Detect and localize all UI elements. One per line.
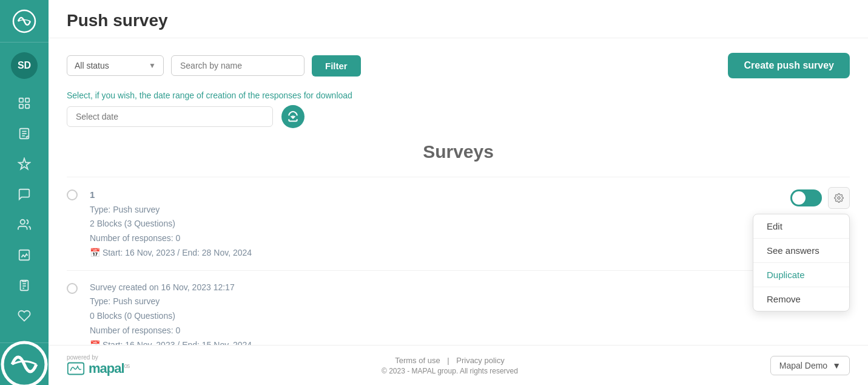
surveys-section-title: Surveys — [67, 141, 850, 162]
user-avatar[interactable]: SD — [11, 52, 38, 79]
main-body: All status ▼ Filter Create push survey S… — [49, 38, 868, 345]
terms-link[interactable]: Terms of use — [395, 356, 440, 365]
date-row — [67, 105, 850, 128]
download-link[interactable]: download — [316, 90, 352, 100]
footer-right: Mapal Demo ▼ — [770, 356, 850, 375]
svg-point-16 — [838, 197, 840, 199]
svg-rect-1 — [19, 98, 23, 102]
sidebar-item-handshake[interactable] — [9, 302, 39, 329]
survey-controls — [790, 187, 850, 209]
link-separator: | — [447, 356, 451, 365]
survey-dropdown-menu: Edit See answers Duplicate Remove — [753, 214, 850, 312]
create-survey-button[interactable]: Create push survey — [728, 53, 850, 78]
survey-number: 1 — [90, 187, 778, 203]
dropdown-duplicate[interactable]: Duplicate — [753, 263, 849, 287]
page-footer: powered by mapalos Terms of use | Privac… — [49, 345, 868, 385]
sidebar-item-dashboard[interactable] — [9, 90, 39, 117]
filter-button[interactable]: Filter — [312, 55, 361, 77]
survey-settings-button[interactable] — [828, 187, 850, 209]
survey-info: 1 Type: Push survey 2 Blocks (3 Question… — [90, 187, 778, 261]
toolbar: All status ▼ Filter Create push survey — [67, 53, 850, 78]
survey-dates: 📅 Start: 16 Nov, 2023 / End: 28 Nov, 202… — [90, 246, 778, 261]
survey-select-radio[interactable] — [67, 283, 78, 294]
powered-by-label: powered by — [67, 354, 129, 361]
sidebar: SD — [0, 0, 49, 385]
survey-blocks: 2 Blocks (3 Questions) — [90, 217, 778, 231]
status-filter-select[interactable]: All status ▼ — [67, 55, 164, 76]
sidebar-bottom-logo[interactable] — [0, 342, 49, 385]
survey-type: Type: Push survey — [90, 203, 778, 217]
table-row: Survey created on 16 Nov, 2023 12:17 Typ… — [67, 270, 850, 345]
svg-rect-4 — [25, 104, 29, 108]
table-row: 1 Type: Push survey 2 Blocks (3 Question… — [67, 177, 850, 270]
dropdown-see-answers[interactable]: See answers — [753, 239, 849, 263]
sidebar-item-chat[interactable] — [9, 181, 39, 208]
sidebar-item-clipboard[interactable] — [9, 272, 39, 299]
page-header: Push survey — [49, 0, 868, 38]
svg-rect-3 — [19, 104, 23, 108]
chevron-down-icon: ▼ — [149, 61, 156, 70]
mapal-logo-icon — [67, 362, 85, 375]
survey-info: Survey created on 16 Nov, 2023 12:17 Typ… — [90, 281, 778, 345]
footer-links: Terms of use | Privacy policy — [382, 356, 518, 365]
survey-responses: Number of responses: 0 — [90, 324, 778, 338]
survey-dates: 📅 Start: 16 Nov, 2023 / End: 15 Nov, 202… — [90, 338, 778, 345]
sidebar-logo[interactable] — [0, 0, 49, 43]
page-title: Push survey — [67, 11, 850, 30]
survey-created: Survey created on 16 Nov, 2023 12:17 — [90, 281, 778, 295]
date-range-section: Select, if you wish, the date range of c… — [67, 90, 850, 128]
svg-rect-2 — [25, 98, 29, 102]
chevron-down-icon: ▼ — [832, 361, 841, 370]
footer-center: Terms of use | Privacy policy © 2023 - M… — [382, 356, 518, 375]
footer-logo: powered by mapalos — [67, 354, 129, 376]
dropdown-edit[interactable]: Edit — [753, 214, 849, 239]
bottom-logo-icon — [0, 340, 49, 386]
sidebar-nav — [9, 85, 39, 342]
survey-toggle[interactable] — [790, 189, 822, 206]
status-filter-label: All status — [75, 61, 109, 70]
search-input[interactable] — [171, 55, 304, 76]
main-content-area: Push survey All status ▼ Filter Create p… — [49, 0, 868, 385]
date-range-input[interactable] — [67, 106, 273, 127]
date-label-text: Select, if you wish, the date range of c… — [67, 90, 316, 100]
sidebar-item-reports[interactable] — [9, 242, 39, 268]
gear-icon — [834, 193, 844, 203]
survey-blocks: 0 Blocks (0 Questions) — [90, 309, 778, 324]
footer-copyright: © 2023 - MAPAL group. All rights reserve… — [382, 367, 518, 375]
sidebar-item-contacts[interactable] — [9, 211, 39, 238]
sidebar-item-achievements[interactable] — [9, 151, 39, 177]
survey-select-radio[interactable] — [67, 189, 78, 200]
survey-type: Type: Push survey — [90, 295, 778, 309]
org-selector[interactable]: Mapal Demo ▼ — [770, 356, 850, 375]
app-logo-icon — [12, 9, 36, 33]
sidebar-item-forms[interactable] — [9, 120, 39, 147]
toggle-knob — [792, 191, 806, 205]
survey-list: 1 Type: Push survey 2 Blocks (3 Question… — [67, 177, 850, 345]
org-name: Mapal Demo — [779, 361, 827, 370]
mapal-brand-name: mapalos — [89, 361, 129, 376]
date-range-label: Select, if you wish, the date range of c… — [67, 90, 850, 100]
download-button[interactable] — [281, 105, 304, 128]
privacy-link[interactable]: Privacy policy — [456, 356, 504, 365]
dropdown-remove[interactable]: Remove — [753, 287, 849, 311]
svg-point-9 — [21, 220, 25, 224]
survey-responses: Number of responses: 0 — [90, 231, 778, 246]
